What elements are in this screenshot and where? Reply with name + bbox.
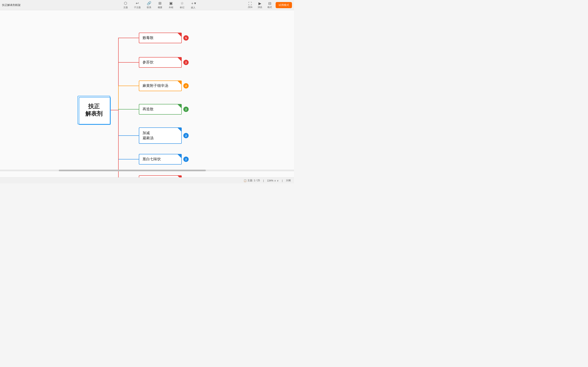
branch-node-n2[interactable]: 参苏饮 [139,57,182,68]
branch-node-n7[interactable]: 荆防败毒散 [139,175,182,177]
link-label: 联系 [147,6,151,9]
badge-n2: 2 [183,60,189,65]
insert-label: 插入 [191,6,195,9]
toolbar-insert[interactable]: ＋▾ 插入 [188,0,199,10]
frame-icon: ▣ [169,1,173,6]
toolbar-frame[interactable]: ▣ 外框 [166,0,176,10]
scrollbar-thumb[interactable] [59,170,206,171]
present-label: 演说 [258,6,262,9]
zoom-down-icon[interactable]: ∨ [277,179,279,182]
try-mode-button[interactable]: 试用模式 [276,2,292,8]
separator-1: | [263,179,264,182]
branch-node-n4[interactable]: 再造散 [139,104,182,115]
mark-icon: ☆ [181,1,184,6]
format-label: 格式 [268,6,272,9]
branch-text-n3: 麻黄附子细辛汤 [143,83,168,88]
link-icon: 🔗 [147,1,151,6]
scrollbar-track[interactable] [0,170,294,171]
badge-n5: 2 [183,133,189,138]
toolbar-summary[interactable]: ⊞ 概要 [155,0,165,10]
badge-n3: 2 [183,83,189,89]
insert-icon: ＋▾ [190,1,196,6]
toolbar-link[interactable]: 🔗 联系 [144,0,154,10]
toolbar-mark[interactable]: ☆ 标记 [177,0,187,10]
summary-label: 概要 [158,6,162,9]
badge-n4: 2 [183,107,189,112]
subtheme-label: 子主题 [134,6,141,9]
subtheme-icon: ↩ [136,1,139,6]
toolbar: 扶正解表剂框架 ⬡ 主题 ↩ 子主题 🔗 联系 ⊞ 概要 ▣ 外框 ☆ 标记 ＋… [0,0,294,10]
branch-node-n5[interactable]: 加减葳蕤汤 [139,127,182,144]
topic-count: 📋 主题: 1 / 25 [243,179,260,182]
zen-button[interactable]: ⛶ ZEN [246,1,254,9]
mark-label: 标记 [180,6,184,9]
toolbar-right: ⛶ ZEN ▶ 演说 ⊟ 格式 试用模式 [246,0,292,9]
format-icon: ⊟ [268,1,271,6]
statusbar: 📋 主题: 1 / 25 | 134% ∧ ∨ | 大纲 [0,177,294,184]
branch-text-n5: 加减葳蕤汤 [143,131,154,141]
branch-node-n6[interactable]: 葱白七味饮 [139,154,182,165]
mindmap-container: 扶正解表剂败毒散5参苏饮2麻黄附子细辛汤2再造散2加减葳蕤汤2葱白七味饮2荆防败… [0,10,294,177]
topic-count-text: 主题: 1 / 25 [247,179,260,182]
zoom-control[interactable]: 134% ∧ ∨ [267,179,279,182]
toolbar-theme[interactable]: ⬡ 主题 [121,0,131,10]
present-button[interactable]: ▶ 演说 [256,0,264,9]
theme-label: 主题 [123,6,128,9]
toolbar-subtheme[interactable]: ↩ 子主题 [131,0,143,10]
zen-icon: ⛶ [248,2,252,6]
topic-count-icon: 📋 [243,179,247,182]
branch-node-n1[interactable]: 败毒散 [139,33,182,43]
branch-text-n2: 参苏饮 [143,60,154,65]
theme-icon: ⬡ [124,1,127,6]
badge-n6: 2 [183,157,189,162]
canvas: 扶正解表剂败毒散5参苏饮2麻黄附子细辛汤2再造散2加减葳蕤汤2葱白七味饮2荆防败… [0,10,294,177]
app-title: 扶正解表剂框架 [2,3,21,7]
zoom-up-icon[interactable]: ∧ [274,179,276,182]
center-node[interactable]: 扶正解表剂 [78,96,110,124]
branch-text-n4: 再造散 [143,107,154,112]
frame-label: 外框 [169,6,173,9]
present-icon: ▶ [259,1,261,6]
badge-n1: 5 [183,35,189,41]
format-button[interactable]: ⊟ 格式 [266,0,274,9]
outline-label: 大纲 [286,179,291,182]
outline-button[interactable]: 大纲 [286,179,291,182]
zen-label: ZEN [248,6,252,8]
summary-icon: ⊞ [158,1,162,6]
zoom-value: 134% [267,179,273,182]
branch-text-n6: 葱白七味饮 [143,157,161,162]
separator-2: | [282,179,283,182]
branch-node-n3[interactable]: 麻黄附子细辛汤 [139,81,182,91]
branch-text-n1: 败毒散 [143,35,154,40]
